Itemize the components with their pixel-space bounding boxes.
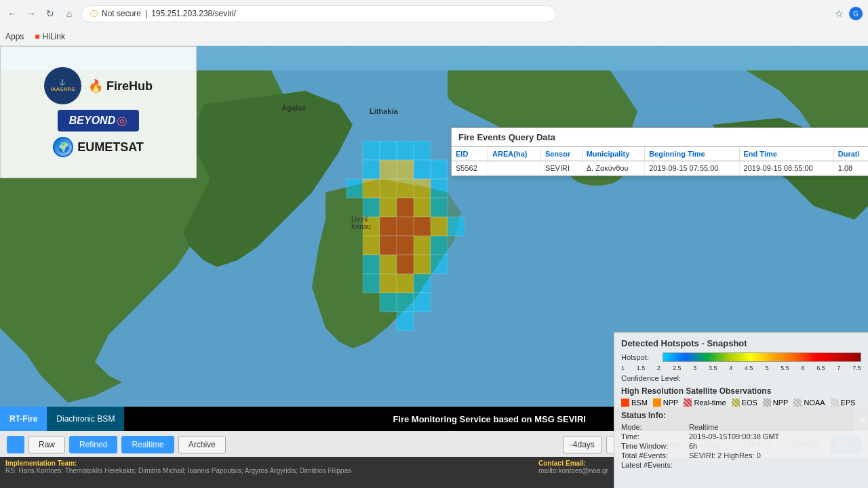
- diachronic-button[interactable]: Diachronic BSM: [47, 407, 124, 431]
- eps-label: EPS: [841, 399, 856, 407]
- npp1-label: NPP: [663, 399, 679, 407]
- beyond-icon: ◎: [117, 113, 127, 128]
- status-latest-row: Latest #Events:: [621, 461, 861, 469]
- security-icon: ⓘ: [90, 9, 98, 19]
- time-key: Time:: [621, 432, 689, 441]
- cell-begin-time: 2019-09-15 07:55:00: [645, 161, 739, 176]
- raw-button[interactable]: Raw: [28, 436, 65, 453]
- address-separator: |: [145, 9, 147, 18]
- home-button[interactable]: ⌂: [62, 7, 76, 20]
- minus4days-button[interactable]: -4days: [563, 436, 602, 453]
- forward-button[interactable]: →: [24, 7, 38, 20]
- cell-municipality: Δ. Ζακύνθου: [582, 161, 645, 176]
- browser-toolbar: ← → ↻ ⌂ ⓘ Not secure | 195.251.203.238/s…: [0, 0, 868, 27]
- status-panel: Detected Hotspots - Snapshot Hotspot: 1 …: [614, 332, 868, 488]
- mode-val: Realtime: [689, 423, 718, 431]
- col-eid: EID: [452, 147, 488, 161]
- hotspot-gradient-bar: [663, 352, 861, 362]
- archive-button[interactable]: Archive: [178, 436, 226, 453]
- total-key: Total #Events:: [621, 451, 689, 460]
- eos-dot: [732, 399, 740, 407]
- status-mode-row: Mode: Realtime: [621, 423, 861, 431]
- back-button[interactable]: ←: [5, 7, 19, 20]
- user-avatar[interactable]: G: [849, 7, 863, 20]
- col-area: AREA(ha): [488, 147, 541, 161]
- time-val: 2019-09-15T09:00:38 GMT: [689, 432, 779, 441]
- realtime-dot: [684, 399, 692, 407]
- fire-events-title: Fire Events Query Data: [452, 128, 868, 147]
- npp2-dot: [763, 399, 771, 407]
- obs-realtime: Real-time: [684, 399, 726, 407]
- detected-hotspots-title: Detected Hotspots - Snapshot: [621, 338, 861, 348]
- mode-key: Mode:: [621, 423, 689, 431]
- eumetsat-text: EUMETSAT: [77, 140, 144, 155]
- eps-dot: [831, 399, 839, 407]
- refresh-button[interactable]: ↻: [43, 7, 57, 20]
- status-time-row: Time: 2019-09-15T09:00:38 GMT: [621, 432, 861, 441]
- cell-duration: 1.08: [833, 161, 868, 176]
- realtime-button[interactable]: Realtime: [121, 436, 174, 453]
- eos-label: EOS: [742, 399, 757, 407]
- eumetsat-logo: 🌍 EUMETSAT: [53, 137, 144, 157]
- bookmark-star[interactable]: ☆: [835, 8, 844, 19]
- hotspot-label: Hotspot:: [621, 353, 658, 361]
- fire-events-table: EID AREA(ha) Sensor Municipality Beginni…: [452, 147, 868, 176]
- obs-eps: EPS: [831, 399, 856, 407]
- window-key: Time Window:: [621, 442, 689, 450]
- logo-row-top: ⚓ IAASARS 🔥 FireHub: [44, 67, 153, 104]
- obs-bsm: BSM: [621, 399, 648, 407]
- table-row[interactable]: S5562 SEVIRI Δ. Ζακύνθου 2019-09-15 07:5…: [452, 161, 868, 176]
- beyond-logo: BEYOND ◎: [58, 110, 139, 131]
- latest-key: Latest #Events:: [621, 461, 689, 469]
- col-begin-time: Beginning Time: [645, 147, 739, 161]
- location-agalas: Agalas: [281, 104, 306, 112]
- footer-team: Implementation Team: RS: Haris Kontoes; …: [5, 460, 525, 485]
- footer-bar: Implementation Team: RS: Haris Kontoes; …: [0, 457, 614, 488]
- cell-end-time: 2019-09-15 08:55:00: [739, 161, 833, 176]
- total-val: SEVIRI: 2 HighRes: 0: [689, 451, 761, 460]
- cell-area: [488, 161, 541, 176]
- npp1-dot: [653, 399, 661, 407]
- logo-panel: ⚓ IAASARS 🔥 FireHub BEYOND ◎ 🌍 EUMETSAT: [0, 46, 197, 178]
- bookmark-hilink[interactable]: ■ HiLink: [35, 32, 65, 41]
- col-end-time: End Time: [739, 147, 833, 161]
- status-window-row: Time Window: 6h: [621, 442, 861, 450]
- team-label: Implementation Team:: [5, 460, 77, 467]
- fire-events-panel: Fire Events Query Data EID AREA(ha) Sens…: [451, 127, 868, 176]
- obs-npp2: NPP: [763, 399, 789, 407]
- refined-button[interactable]: Refined: [69, 436, 117, 453]
- address-text: Not secure: [102, 9, 141, 18]
- eumetsat-icon: 🌍: [53, 137, 73, 157]
- hr-obs-row: BSM NPP Real-time EOS NPP NOAA: [621, 399, 861, 407]
- address-url: 195.251.203.238/seviri/: [151, 9, 236, 18]
- obs-npp1: NPP: [653, 399, 679, 407]
- confidence-numbers: 1 1.5 2 2.5 3 3.5 4 4.5 5 5.5 6 6.5 7 7.…: [621, 365, 861, 374]
- realtime-label: Real-time: [694, 399, 726, 407]
- confidence-label: Confidence Level:: [621, 374, 681, 382]
- col-duration: Durati: [833, 147, 868, 161]
- npp2-label: NPP: [773, 399, 789, 407]
- firehub-logo: 🔥 FireHub: [88, 79, 153, 94]
- status-info-title: Status Info:: [621, 411, 861, 420]
- noaa-label: NOAA: [804, 399, 825, 407]
- beyond-logo-row: BEYOND ◎: [58, 110, 139, 131]
- contact-email: mailto:kontoes@noa.gr: [538, 467, 608, 474]
- col-sensor: Sensor: [540, 147, 582, 161]
- obs-noaa: NOAA: [793, 399, 825, 407]
- cell-eid: S5562: [452, 161, 488, 176]
- contact-label: Contact Email:: [538, 460, 586, 467]
- address-bar[interactable]: ⓘ Not secure | 195.251.203.238/seviri/: [81, 5, 556, 22]
- browser-chrome: ← → ↻ ⌂ ⓘ Not secure | 195.251.203.238/s…: [0, 0, 868, 46]
- hotspot-row: Hotspot:: [621, 352, 861, 362]
- bsm-label: BSM: [631, 399, 648, 407]
- hr-obs-title: High Resolution Satellite Observations: [621, 386, 861, 396]
- bookmark-apps[interactable]: Apps: [5, 32, 24, 41]
- location-lithakia: Lithakia: [370, 107, 398, 115]
- square-button[interactable]: [7, 436, 24, 453]
- team-members: RS: Haris Kontoes; Themistoklis Herekaki…: [5, 467, 351, 474]
- noaa-dot: [793, 399, 802, 407]
- footer-contact: Contact Email: mailto:kontoes@noa.gr: [538, 460, 608, 485]
- iaasars-logo: ⚓ IAASARS: [44, 67, 81, 104]
- rt-fire-button[interactable]: RT-Fire: [0, 407, 47, 431]
- window-val: 6h: [689, 442, 697, 450]
